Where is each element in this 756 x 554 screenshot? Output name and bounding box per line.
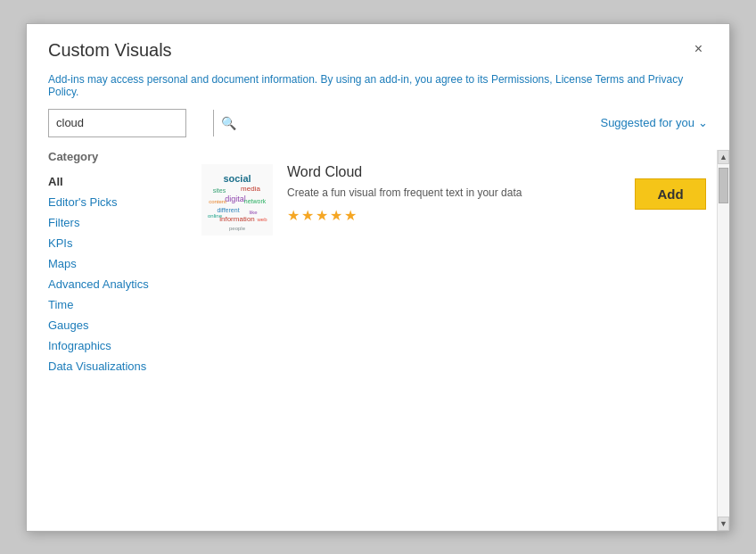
svg-text:digital: digital — [225, 194, 246, 203]
close-button[interactable]: × — [689, 40, 708, 58]
category-list: All Editor's Picks Filters KPIs Maps Adv… — [48, 172, 177, 376]
scroll-down-arrow[interactable]: ▼ — [718, 517, 729, 531]
search-box: 🔍 — [48, 109, 186, 137]
search-row: 🔍 Suggested for you ⌄ — [27, 109, 729, 150]
scroll-up-arrow[interactable]: ▲ — [718, 150, 729, 164]
category-heading: Category — [48, 150, 177, 163]
sidebar-item-advanced-analytics[interactable]: Advanced Analytics — [48, 275, 177, 294]
visual-name: Word Cloud — [287, 164, 620, 180]
visual-info: Word Cloud Create a fun visual from freq… — [287, 164, 620, 225]
svg-text:people: people — [229, 226, 246, 231]
suggested-label: Suggested for you — [600, 116, 694, 129]
svg-text:information: information — [219, 215, 255, 223]
dialog-title: Custom Visuals — [48, 40, 172, 61]
sidebar-item-time[interactable]: Time — [48, 295, 177, 314]
visual-description: Create a fun visual from frequent text i… — [287, 186, 620, 201]
word-cloud-thumbnail: social sites media digital content netwo… — [201, 164, 273, 236]
svg-text:sites: sites — [213, 187, 226, 194]
visual-card-word-cloud: social sites media digital content netwo… — [191, 150, 717, 250]
sidebar-item-editors-picks[interactable]: Editor's Picks — [48, 193, 177, 211]
sidebar-item-maps[interactable]: Maps — [48, 254, 177, 273]
svg-text:different: different — [217, 207, 239, 213]
sidebar-item-all[interactable]: All — [48, 172, 177, 191]
word-cloud-image: social sites media digital content netwo… — [201, 164, 273, 236]
chevron-down-icon: ⌄ — [698, 116, 708, 129]
add-button[interactable]: Add — [635, 178, 706, 210]
dialog-header: Custom Visuals × — [27, 24, 729, 68]
sidebar-item-gauges[interactable]: Gauges — [48, 316, 177, 335]
sidebar-item-data-visualizations[interactable]: Data Visualizations — [48, 357, 177, 376]
search-button[interactable]: 🔍 — [213, 110, 243, 136]
scroll-track — [718, 164, 729, 517]
search-icon: 🔍 — [221, 116, 236, 130]
scrollbar: ▲ ▼ — [717, 150, 729, 531]
visuals-list: social sites media digital content netwo… — [191, 150, 717, 531]
visual-rating: ★★★★★ — [287, 207, 620, 224]
info-bar: Add-ins may access personal and document… — [27, 68, 729, 109]
sidebar-item-infographics[interactable]: Infographics — [48, 336, 177, 355]
sidebar-item-filters[interactable]: Filters — [48, 213, 177, 232]
svg-text:content: content — [209, 199, 226, 204]
custom-visuals-dialog: Custom Visuals × Add-ins may access pers… — [26, 23, 730, 532]
svg-text:social: social — [223, 173, 251, 184]
svg-text:network: network — [244, 198, 267, 204]
sidebar-item-kpis[interactable]: KPIs — [48, 234, 177, 252]
svg-text:online: online — [208, 213, 223, 219]
suggested-for-you-button[interactable]: Suggested for you ⌄ — [600, 116, 708, 129]
category-sidebar: Category All Editor's Picks Filters KPIs… — [48, 150, 191, 531]
info-text: Add-ins may access personal and document… — [48, 73, 683, 98]
svg-text:web: web — [256, 217, 267, 222]
search-input[interactable] — [49, 116, 213, 129]
scroll-thumb[interactable] — [719, 168, 728, 203]
svg-text:media: media — [241, 185, 260, 193]
